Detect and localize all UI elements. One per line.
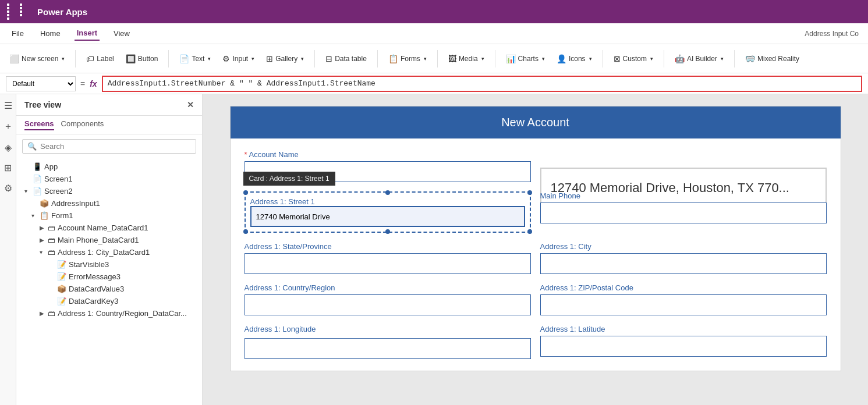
ribbon-ai-builder[interactable]: 🤖 AI Builder ▾ <box>671 52 727 66</box>
ribbon-icons[interactable]: 👤 Icons ▾ <box>553 52 596 66</box>
input-state[interactable] <box>245 253 531 274</box>
ribbon-forms[interactable]: 📋 Forms ▾ <box>385 52 430 66</box>
ribbon-mixed-reality-label: Mixed Reality <box>757 55 799 63</box>
ribbon-button-label: Button <box>138 55 158 63</box>
ribbon-mixed-reality[interactable]: 🥽 Mixed Reality <box>742 52 803 66</box>
form-body: Account Name 12740 Memorial Drive, Houst… <box>231 138 841 371</box>
ribbon-label[interactable]: 🏷 Label <box>83 52 117 66</box>
tree-item-errormessage3[interactable]: 📝 ErrorMessage3 <box>16 271 202 283</box>
tree-tabs: Screens Components <box>16 116 202 134</box>
input-city[interactable] <box>540 253 827 274</box>
tree-item-datacardvalue3[interactable]: 📦 DataCardValue3 <box>16 283 202 295</box>
resize-handle-tm[interactable] <box>385 190 390 195</box>
ribbon-new-screen[interactable]: ⬜ New screen ▾ <box>6 52 68 66</box>
ribbon-text[interactable]: 📄 Text ▾ <box>176 52 214 66</box>
ribbon-divider-3 <box>314 50 315 68</box>
tree-close-button[interactable]: ✕ <box>187 100 194 109</box>
ribbon-divider-4 <box>377 50 378 68</box>
field-latitude: Address 1: Latitude <box>540 325 827 359</box>
gallery-icon: ⊞ <box>266 54 273 63</box>
tree-item-datacardkey3[interactable]: 📝 DataCardKey3 <box>16 295 202 307</box>
card-address-street1[interactable]: Card : Address 1: Street 1 Address 1: St… <box>245 191 531 233</box>
menu-home[interactable]: Home <box>38 27 63 40</box>
card-tooltip: Card : Address 1: Street 1 <box>243 172 335 186</box>
label-latitude: Address 1: Latitude <box>540 325 827 333</box>
tree-item-account-name-datacard[interactable]: ▶ 🗃 Account Name_DataCard1 <box>16 222 202 234</box>
nav-icon-data[interactable]: ⊞ <box>4 162 12 173</box>
label-account-name: Account Name <box>245 150 531 159</box>
country-datacard-icon: 🗃 <box>48 309 55 318</box>
resize-handle-tl[interactable] <box>243 190 248 195</box>
tree-view-title: Tree view <box>24 100 61 109</box>
resize-handle-tr[interactable] <box>527 190 532 195</box>
tree-content: 📱 App 📄 Screen1 ▾ 📄 Screen2 📦 AddressInp… <box>16 158 202 405</box>
tree-item-country-datacard[interactable]: ▶ 🗃 Address 1: Country/Region_DataCar... <box>16 307 202 319</box>
formula-input[interactable] <box>102 76 862 92</box>
addressinput1-tree-icon: 📦 <box>40 199 49 208</box>
tab-screens[interactable]: Screens <box>24 119 54 130</box>
tree-item-screen1[interactable]: 📄 Screen1 <box>16 173 202 185</box>
app-grid-icon[interactable] <box>7 3 31 20</box>
datacardkey3-icon: 📝 <box>57 297 66 305</box>
new-screen-icon: ⬜ <box>9 54 19 63</box>
tree-item-app[interactable]: 📱 App <box>16 161 202 173</box>
tab-components[interactable]: Components <box>61 119 104 130</box>
resize-handle-bl[interactable] <box>243 229 248 234</box>
button-icon: 🔲 <box>126 54 136 63</box>
tree-item-screen2[interactable]: ▾ 📄 Screen2 <box>16 185 202 197</box>
icons-chevron: ▾ <box>589 56 592 62</box>
form-container: New Account Account Name 12740 Memorial … <box>230 106 841 371</box>
ribbon-button[interactable]: 🔲 Button <box>122 52 162 66</box>
menu-file[interactable]: File <box>9 27 26 40</box>
screen1-tree-icon: 📄 <box>33 175 42 183</box>
ribbon-data-table[interactable]: ⊟ Data table <box>322 52 370 66</box>
search-icon: 🔍 <box>27 142 37 151</box>
ribbon-gallery[interactable]: ⊞ Gallery ▾ <box>263 52 307 66</box>
text-chevron: ▾ <box>208 56 211 62</box>
input-street1[interactable] <box>250 206 525 227</box>
custom-icon: ⊠ <box>614 54 621 63</box>
ribbon-charts[interactable]: 📊 Charts ▾ <box>502 52 548 66</box>
gallery-chevron: ▾ <box>301 56 304 62</box>
tree-item-city-datacard[interactable]: ▾ 🗃 Address 1: City_DataCard1 <box>16 246 202 258</box>
formula-property-dropdown[interactable]: Default <box>6 76 76 91</box>
ribbon-divider-6 <box>495 50 495 68</box>
ribbon-custom[interactable]: ⊠ Custom ▾ <box>610 52 657 66</box>
account-name-datacard-icon: 🗃 <box>48 223 55 232</box>
ribbon-divider-9 <box>734 50 735 68</box>
search-input[interactable] <box>40 142 191 151</box>
label-state: Address 1: State/Province <box>245 242 531 251</box>
ribbon-new-screen-label: New screen <box>22 55 58 63</box>
ribbon-forms-label: Forms <box>401 55 420 63</box>
tree-item-addressinput1[interactable]: 📦 AddressInput1 <box>16 197 202 209</box>
tree-label-country-datacard: Address 1: Country/Region_DataCar... <box>58 309 187 318</box>
tree-search-bar[interactable]: 🔍 <box>22 139 196 154</box>
ribbon: ⬜ New screen ▾ 🏷 Label 🔲 Button 📄 Text ▾… <box>0 44 868 73</box>
input-country[interactable] <box>245 294 531 315</box>
tree-item-form1[interactable]: ▾ 📋 Form1 <box>16 209 202 222</box>
tree-item-starvisible3[interactable]: 📝 StarVisible3 <box>16 258 202 271</box>
field-city: Address 1: City <box>540 242 827 274</box>
resize-handle-br[interactable] <box>527 229 532 234</box>
ribbon-divider-7 <box>603 50 603 68</box>
canvas-area: New Account Account Name 12740 Memorial … <box>203 94 868 405</box>
input-zip[interactable] <box>540 294 827 315</box>
nav-icon-add[interactable]: ＋ <box>3 120 13 133</box>
tree-item-main-phone-datacard[interactable]: ▶ 🗃 Main Phone_DataCard1 <box>16 234 202 246</box>
nav-icon-1[interactable]: ☰ <box>4 100 12 111</box>
input-latitude[interactable] <box>540 336 827 357</box>
menu-view[interactable]: View <box>111 27 132 40</box>
nav-icon-layers[interactable]: ◈ <box>5 142 12 153</box>
label-city: Address 1: City <box>540 242 827 251</box>
resize-handle-bm[interactable] <box>385 229 390 234</box>
menu-insert[interactable]: Insert <box>75 26 100 41</box>
errormessage3-icon: 📝 <box>57 272 66 281</box>
ribbon-media[interactable]: 🖼 Media ▾ <box>445 52 488 66</box>
tree-view-panel: Tree view ✕ Screens Components 🔍 📱 App 📄… <box>16 94 203 405</box>
nav-icon-variables[interactable]: ⚙ <box>4 183 12 194</box>
ribbon-input[interactable]: ⚙ Input ▾ <box>219 52 258 66</box>
input-longitude[interactable] <box>245 338 531 359</box>
input-main-phone[interactable] <box>540 202 827 223</box>
app-tree-icon: 📱 <box>33 162 42 171</box>
ribbon-charts-label: Charts <box>518 55 538 63</box>
